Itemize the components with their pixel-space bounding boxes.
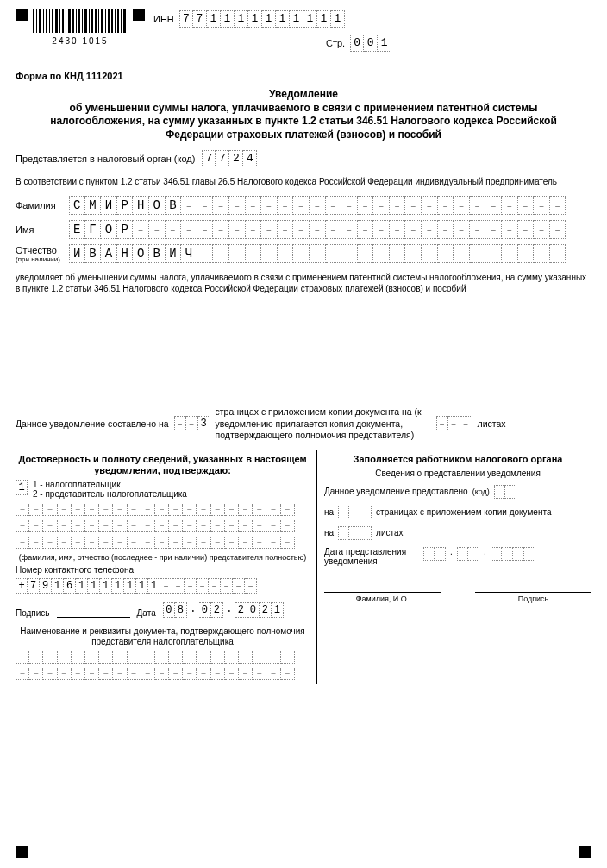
official-sign-line: Подпись bbox=[475, 592, 591, 603]
right-col-sub: Сведения о представлении уведомления bbox=[324, 469, 591, 478]
inn-label: ИНН bbox=[153, 14, 174, 24]
svg-rect-0 bbox=[33, 9, 34, 33]
marker-bottom-left bbox=[16, 846, 28, 858]
marker-top-mid bbox=[133, 9, 145, 21]
svg-rect-8 bbox=[59, 9, 60, 33]
svg-rect-13 bbox=[76, 9, 77, 33]
svg-rect-21 bbox=[101, 9, 103, 33]
barcode: 2430 1015 bbox=[33, 9, 128, 46]
rep-name-line-2 bbox=[16, 520, 310, 532]
barcode-number: 2430 1015 bbox=[33, 36, 128, 46]
lastname-field: СМИРНОВ bbox=[69, 196, 566, 215]
svg-rect-7 bbox=[55, 9, 58, 33]
svg-rect-17 bbox=[89, 9, 90, 33]
signer-code: 1 bbox=[16, 480, 28, 495]
rep-hint: (фамилия, имя, отчество (последнее - при… bbox=[16, 553, 310, 562]
signer-options: 1 - налогоплательщик 2 - представитель н… bbox=[33, 480, 187, 499]
rep-name-line-3 bbox=[16, 537, 310, 549]
svg-rect-24 bbox=[111, 9, 113, 33]
left-col-heading: Достоверность и полноту сведений, указан… bbox=[16, 454, 310, 476]
svg-rect-12 bbox=[72, 9, 74, 33]
tax-authority-code: 7724 bbox=[202, 150, 257, 167]
svg-rect-18 bbox=[91, 9, 93, 33]
inn-field: 771111111111 bbox=[179, 10, 345, 28]
form-code: Форма по КНД 1112021 bbox=[16, 71, 591, 81]
presented-code-field bbox=[494, 485, 516, 499]
pages-field bbox=[338, 506, 372, 519]
right-col-heading: Заполняется работником налогового органа bbox=[324, 454, 591, 465]
svg-rect-23 bbox=[108, 9, 110, 33]
svg-rect-11 bbox=[68, 9, 71, 33]
marker-bottom-right bbox=[579, 846, 591, 858]
svg-rect-28 bbox=[123, 9, 126, 33]
notify-text: уведомляет об уменьшении суммы налога, у… bbox=[16, 272, 591, 294]
svg-rect-3 bbox=[43, 9, 44, 33]
svg-rect-1 bbox=[36, 9, 37, 33]
phone-field: +79161111111 bbox=[16, 578, 310, 594]
presented-label: Данное уведомление представлено bbox=[324, 487, 468, 496]
tax-authority-label: Представляется в налоговый орган (код) bbox=[16, 154, 195, 164]
svg-rect-26 bbox=[117, 9, 119, 33]
svg-rect-16 bbox=[84, 9, 87, 33]
page-count-row: Данное уведомление составлено на 3 стран… bbox=[16, 406, 591, 440]
sign-label: Подпись bbox=[16, 608, 50, 618]
svg-rect-15 bbox=[82, 9, 83, 33]
sheets-field bbox=[338, 526, 372, 540]
signature-line bbox=[57, 607, 130, 618]
svg-rect-10 bbox=[66, 9, 66, 33]
document-title: Уведомление об уменьшении суммы налога, … bbox=[16, 88, 591, 142]
svg-rect-19 bbox=[95, 9, 97, 33]
legal-basis-text: В соответствии с пунктом 1.2 статьи 346.… bbox=[16, 176, 591, 187]
rep-name-line-1 bbox=[16, 504, 310, 516]
date-label: Дата bbox=[137, 608, 156, 618]
svg-rect-5 bbox=[49, 9, 50, 33]
svg-rect-20 bbox=[98, 9, 99, 33]
svg-rect-14 bbox=[78, 9, 80, 33]
doc-line-1 bbox=[16, 651, 310, 664]
official-name-line: Фамилия, И.О. bbox=[324, 592, 441, 603]
middlename-field: ИВАНОВИЧ bbox=[69, 244, 566, 263]
firstname-label: Имя bbox=[16, 224, 69, 235]
svg-rect-25 bbox=[115, 9, 116, 33]
firstname-field: ЕГОР bbox=[69, 220, 566, 239]
page-field: 001 bbox=[350, 35, 391, 52]
lastname-label: Фамилия bbox=[16, 200, 69, 211]
middlename-label: Отчество (при наличии) bbox=[16, 245, 69, 263]
doc-line-2 bbox=[16, 668, 310, 680]
presentation-date-field: . . bbox=[423, 547, 535, 561]
doc-name-heading: Наименование и реквизиты документа, подт… bbox=[16, 626, 310, 647]
date-field: 08.02.2021 bbox=[163, 602, 284, 618]
svg-rect-27 bbox=[121, 9, 122, 33]
phone-label: Номер контактного телефона bbox=[16, 565, 310, 575]
svg-rect-4 bbox=[46, 9, 47, 33]
svg-rect-9 bbox=[62, 9, 64, 33]
svg-rect-6 bbox=[52, 9, 53, 33]
page-label: Стр. bbox=[326, 38, 345, 48]
marker-top-left bbox=[16, 9, 28, 21]
svg-rect-2 bbox=[39, 9, 41, 33]
presentation-date-label: Дата представления уведомления bbox=[324, 547, 419, 566]
svg-rect-22 bbox=[105, 9, 106, 33]
